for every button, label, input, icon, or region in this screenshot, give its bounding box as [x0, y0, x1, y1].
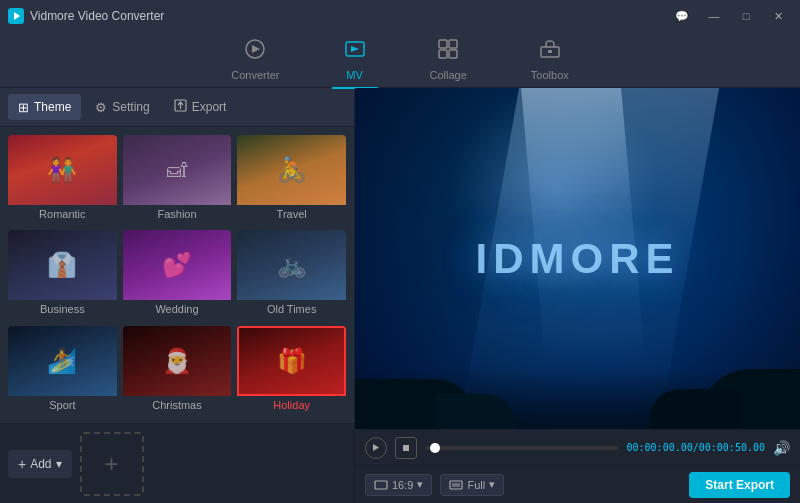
app-title: Vidmore Video Converter: [30, 9, 668, 23]
theme-travel-thumb: 🚴: [237, 135, 346, 205]
collage-label: Collage: [430, 69, 467, 81]
left-panel: ⊞ Theme ⚙ Setting Export: [0, 88, 355, 503]
converter-label: Converter: [231, 69, 279, 81]
svg-marker-13: [373, 444, 379, 451]
playback-bar: 00:00:00.00/00:00:50.00 🔊: [355, 429, 800, 465]
volume-icon[interactable]: 🔊: [773, 440, 790, 456]
tab-theme[interactable]: ⊞ Theme: [8, 94, 81, 120]
quality-icon: [449, 478, 463, 492]
add-label: Add: [30, 457, 51, 471]
maximize-button[interactable]: □: [732, 5, 760, 27]
theme-holiday[interactable]: 🎁 Holiday: [237, 326, 346, 415]
add-button[interactable]: + Add ▾: [8, 450, 72, 478]
quality-dropdown-icon: ▾: [489, 478, 495, 491]
nav-converter[interactable]: Converter: [219, 34, 291, 85]
theme-business-label: Business: [8, 300, 117, 318]
svg-rect-17: [452, 483, 460, 487]
aspect-ratio-icon: [374, 478, 388, 492]
nav-collage[interactable]: Collage: [418, 34, 479, 85]
toolbox-label: Toolbox: [531, 69, 569, 81]
theme-holiday-label: Holiday: [237, 396, 346, 414]
nav-toolbox[interactable]: Toolbox: [519, 34, 581, 85]
svg-rect-14: [403, 445, 409, 451]
media-placeholder[interactable]: +: [80, 432, 144, 496]
top-navigation: Converter MV Collage: [0, 32, 800, 88]
setting-tab-icon: ⚙: [95, 100, 107, 115]
theme-christmas-thumb: 🎅: [123, 326, 232, 396]
export-tab-icon: [174, 99, 187, 115]
svg-rect-7: [439, 50, 447, 58]
svg-marker-3: [252, 45, 260, 53]
theme-oldtimes[interactable]: 🚲 Old Times: [237, 230, 346, 319]
nav-mv[interactable]: MV: [332, 34, 378, 85]
stop-button[interactable]: [395, 437, 417, 459]
theme-travel[interactable]: 🚴 Travel: [237, 135, 346, 224]
theme-business-thumb: 👔: [8, 230, 117, 300]
theme-wedding[interactable]: 💕 Wedding: [123, 230, 232, 319]
setting-tab-label: Setting: [112, 100, 149, 114]
converter-icon: [244, 38, 266, 65]
toolbox-icon: [539, 38, 561, 65]
mv-icon: [344, 38, 366, 65]
progress-handle[interactable]: [430, 443, 440, 453]
theme-christmas-label: Christmas: [123, 396, 232, 414]
svg-rect-10: [548, 50, 552, 53]
ratio-value: 16:9: [392, 479, 413, 491]
minimize-button[interactable]: —: [700, 5, 728, 27]
video-preview: IDMORE: [355, 88, 800, 429]
theme-romantic-thumb: 👫: [8, 135, 117, 205]
theme-sport-label: Sport: [8, 396, 117, 414]
start-export-button[interactable]: Start Export: [689, 472, 790, 498]
plus-icon: +: [105, 450, 119, 478]
app-icon: [8, 8, 24, 24]
ratio-dropdown-icon: ▾: [417, 478, 423, 491]
aspect-ratio-select[interactable]: 16:9 ▾: [365, 474, 432, 496]
theme-business[interactable]: 👔 Business: [8, 230, 117, 319]
mv-label: MV: [346, 69, 363, 81]
svg-rect-6: [449, 40, 457, 48]
export-tab-label: Export: [192, 100, 227, 114]
close-button[interactable]: ✕: [764, 5, 792, 27]
theme-wedding-label: Wedding: [123, 300, 232, 318]
theme-holiday-thumb: 🎁: [237, 326, 346, 396]
collage-icon: [437, 38, 459, 65]
theme-romantic[interactable]: 👫 Romantic: [8, 135, 117, 224]
theme-fashion-label: Fashion: [123, 205, 232, 223]
right-panel: IDMORE 00:00:00.00/00:00:50.00 🔊 16: [355, 88, 800, 503]
svg-rect-8: [449, 50, 457, 58]
add-icon: +: [18, 456, 26, 472]
quality-select[interactable]: Full ▾: [440, 474, 504, 496]
theme-oldtimes-thumb: 🚲: [237, 230, 346, 300]
svg-rect-15: [375, 481, 387, 489]
subtabs: ⊞ Theme ⚙ Setting Export: [0, 88, 354, 127]
theme-christmas[interactable]: 🎅 Christmas: [123, 326, 232, 415]
bottom-toolbar: 16:9 ▾ Full ▾ Start Export: [355, 465, 800, 503]
theme-grid: 👫 Romantic 🛋 Fashion 🚴 Travel: [0, 127, 354, 423]
add-bar: + Add ▾ +: [0, 423, 354, 503]
play-button[interactable]: [365, 437, 387, 459]
theme-sport[interactable]: 🏄 Sport: [8, 326, 117, 415]
theme-wedding-thumb: 💕: [123, 230, 232, 300]
theme-romantic-label: Romantic: [8, 205, 117, 223]
preview-area: IDMORE: [355, 88, 800, 429]
svg-rect-5: [439, 40, 447, 48]
progress-bar[interactable]: [425, 446, 619, 450]
theme-tab-icon: ⊞: [18, 100, 29, 115]
tab-setting[interactable]: ⚙ Setting: [85, 94, 159, 120]
time-display: 00:00:00.00/00:00:50.00: [627, 442, 765, 453]
theme-sport-thumb: 🏄: [8, 326, 117, 396]
theme-fashion-thumb: 🛋: [123, 135, 232, 205]
add-dropdown-icon: ▾: [56, 457, 62, 471]
theme-fashion[interactable]: 🛋 Fashion: [123, 135, 232, 224]
theme-tab-label: Theme: [34, 100, 71, 114]
preview-title: IDMORE: [476, 235, 680, 283]
quality-value: Full: [467, 479, 485, 491]
chat-button[interactable]: 💬: [668, 5, 696, 27]
theme-oldtimes-label: Old Times: [237, 300, 346, 318]
window-controls: 💬 — □ ✕: [668, 5, 792, 27]
titlebar: Vidmore Video Converter 💬 — □ ✕: [0, 0, 800, 32]
theme-travel-label: Travel: [237, 205, 346, 223]
main-content: ⊞ Theme ⚙ Setting Export: [0, 88, 800, 503]
tab-export[interactable]: Export: [164, 94, 237, 120]
